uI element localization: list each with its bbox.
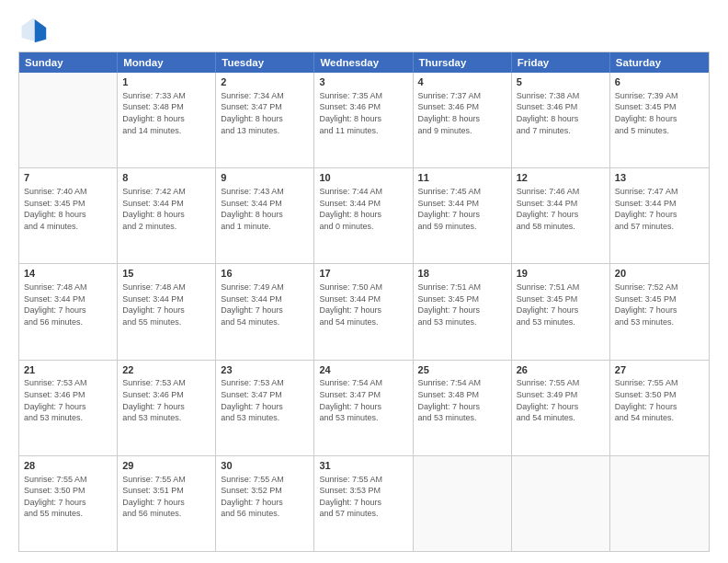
cell-info-text: Sunrise: 7:33 AM Sunset: 3:48 PM Dayligh…: [122, 90, 210, 136]
calendar-header-day: Sunday: [19, 52, 118, 73]
cell-date-number: 14: [24, 267, 112, 281]
cell-date-number: 30: [221, 459, 309, 473]
cell-date-number: 15: [122, 267, 210, 281]
calendar-cell: 28Sunrise: 7:55 AM Sunset: 3:50 PM Dayli…: [19, 456, 118, 551]
cell-date-number: 23: [221, 363, 309, 377]
cell-date-number: 20: [615, 267, 704, 281]
header: [18, 15, 710, 44]
cell-info-text: Sunrise: 7:50 AM Sunset: 3:44 PM Dayligh…: [319, 282, 407, 327]
calendar-header-day: Thursday: [414, 52, 512, 73]
cell-date-number: 3: [319, 75, 407, 89]
calendar-header-day: Saturday: [610, 52, 709, 73]
calendar-header-day: Wednesday: [314, 52, 413, 73]
cell-date-number: 1: [122, 75, 210, 89]
cell-date-number: 5: [517, 75, 605, 89]
cell-date-number: 6: [615, 75, 704, 89]
calendar-header-day: Friday: [512, 52, 610, 73]
calendar-cell: 4Sunrise: 7:37 AM Sunset: 3:46 PM Daylig…: [414, 73, 512, 167]
cell-info-text: Sunrise: 7:51 AM Sunset: 3:45 PM Dayligh…: [517, 282, 605, 327]
calendar-cell: 3Sunrise: 7:35 AM Sunset: 3:46 PM Daylig…: [314, 73, 413, 167]
cell-info-text: Sunrise: 7:55 AM Sunset: 3:53 PM Dayligh…: [319, 474, 407, 520]
cell-info-text: Sunrise: 7:45 AM Sunset: 3:44 PM Dayligh…: [418, 186, 506, 232]
logo-icon: [18, 15, 48, 44]
calendar-cell: 16Sunrise: 7:49 AM Sunset: 3:44 PM Dayli…: [216, 264, 314, 359]
calendar-cell: 10Sunrise: 7:44 AM Sunset: 3:44 PM Dayli…: [314, 168, 413, 263]
cell-date-number: 27: [615, 363, 704, 377]
cell-date-number: 21: [24, 363, 112, 377]
calendar-cell: [610, 456, 709, 551]
calendar-cell: 29Sunrise: 7:55 AM Sunset: 3:51 PM Dayli…: [118, 456, 216, 551]
calendar-cell: [19, 73, 118, 167]
cell-info-text: Sunrise: 7:55 AM Sunset: 3:50 PM Dayligh…: [615, 377, 704, 423]
cell-info-text: Sunrise: 7:54 AM Sunset: 3:47 PM Dayligh…: [319, 377, 407, 423]
calendar-cell: 13Sunrise: 7:47 AM Sunset: 3:44 PM Dayli…: [610, 168, 709, 263]
cell-date-number: 2: [221, 75, 309, 89]
cell-date-number: 10: [319, 171, 407, 185]
cell-date-number: 25: [418, 363, 506, 377]
logo: [18, 15, 51, 44]
cell-info-text: Sunrise: 7:37 AM Sunset: 3:46 PM Dayligh…: [418, 90, 506, 136]
cell-info-text: Sunrise: 7:43 AM Sunset: 3:44 PM Dayligh…: [221, 186, 309, 232]
calendar-cell: 12Sunrise: 7:46 AM Sunset: 3:44 PM Dayli…: [512, 168, 610, 263]
cell-info-text: Sunrise: 7:55 AM Sunset: 3:52 PM Dayligh…: [221, 474, 309, 520]
cell-info-text: Sunrise: 7:44 AM Sunset: 3:44 PM Dayligh…: [319, 186, 407, 232]
calendar-header-day: Monday: [118, 52, 216, 73]
cell-info-text: Sunrise: 7:38 AM Sunset: 3:46 PM Dayligh…: [517, 90, 605, 136]
cell-info-text: Sunrise: 7:35 AM Sunset: 3:46 PM Dayligh…: [319, 90, 407, 136]
calendar-cell: 9Sunrise: 7:43 AM Sunset: 3:44 PM Daylig…: [216, 168, 314, 263]
cell-date-number: 24: [319, 363, 407, 377]
cell-date-number: 18: [418, 267, 506, 281]
calendar: SundayMondayTuesdayWednesdayThursdayFrid…: [18, 52, 710, 552]
calendar-cell: 11Sunrise: 7:45 AM Sunset: 3:44 PM Dayli…: [414, 168, 512, 263]
cell-info-text: Sunrise: 7:53 AM Sunset: 3:47 PM Dayligh…: [221, 377, 309, 423]
calendar-cell: 26Sunrise: 7:55 AM Sunset: 3:49 PM Dayli…: [512, 361, 610, 455]
calendar-cell: 31Sunrise: 7:55 AM Sunset: 3:53 PM Dayli…: [314, 456, 413, 551]
calendar-cell: 6Sunrise: 7:39 AM Sunset: 3:45 PM Daylig…: [610, 73, 709, 167]
cell-info-text: Sunrise: 7:40 AM Sunset: 3:45 PM Dayligh…: [24, 186, 112, 232]
cell-date-number: 17: [319, 267, 407, 281]
calendar-cell: [512, 456, 610, 551]
cell-info-text: Sunrise: 7:48 AM Sunset: 3:44 PM Dayligh…: [122, 282, 210, 327]
calendar-cell: 24Sunrise: 7:54 AM Sunset: 3:47 PM Dayli…: [314, 361, 413, 455]
cell-date-number: 13: [615, 171, 704, 185]
calendar-cell: 18Sunrise: 7:51 AM Sunset: 3:45 PM Dayli…: [414, 264, 512, 359]
calendar-cell: 20Sunrise: 7:52 AM Sunset: 3:45 PM Dayli…: [610, 264, 709, 359]
cell-date-number: 19: [517, 267, 605, 281]
calendar-header-day: Tuesday: [216, 52, 314, 73]
page: SundayMondayTuesdayWednesdayThursdayFrid…: [0, 0, 728, 563]
cell-date-number: 12: [517, 171, 605, 185]
calendar-row: 14Sunrise: 7:48 AM Sunset: 3:44 PM Dayli…: [19, 263, 709, 359]
cell-info-text: Sunrise: 7:48 AM Sunset: 3:44 PM Dayligh…: [24, 282, 112, 327]
cell-date-number: 7: [24, 171, 112, 185]
cell-info-text: Sunrise: 7:39 AM Sunset: 3:45 PM Dayligh…: [615, 90, 704, 136]
calendar-row: 28Sunrise: 7:55 AM Sunset: 3:50 PM Dayli…: [19, 455, 709, 551]
cell-date-number: 4: [418, 75, 506, 89]
calendar-cell: 2Sunrise: 7:34 AM Sunset: 3:47 PM Daylig…: [216, 73, 314, 167]
cell-info-text: Sunrise: 7:53 AM Sunset: 3:46 PM Dayligh…: [122, 377, 210, 423]
calendar-header: SundayMondayTuesdayWednesdayThursdayFrid…: [19, 52, 709, 73]
cell-date-number: 26: [517, 363, 605, 377]
cell-date-number: 22: [122, 363, 210, 377]
calendar-row: 7Sunrise: 7:40 AM Sunset: 3:45 PM Daylig…: [19, 167, 709, 263]
calendar-cell: 15Sunrise: 7:48 AM Sunset: 3:44 PM Dayli…: [118, 264, 216, 359]
cell-date-number: 29: [122, 459, 210, 473]
calendar-cell: 7Sunrise: 7:40 AM Sunset: 3:45 PM Daylig…: [19, 168, 118, 263]
calendar-cell: 30Sunrise: 7:55 AM Sunset: 3:52 PM Dayli…: [216, 456, 314, 551]
calendar-body: 1Sunrise: 7:33 AM Sunset: 3:48 PM Daylig…: [19, 73, 709, 551]
calendar-row: 21Sunrise: 7:53 AM Sunset: 3:46 PM Dayli…: [19, 360, 709, 455]
cell-info-text: Sunrise: 7:54 AM Sunset: 3:48 PM Dayligh…: [418, 377, 506, 423]
cell-date-number: 9: [221, 171, 309, 185]
cell-date-number: 16: [221, 267, 309, 281]
calendar-cell: 17Sunrise: 7:50 AM Sunset: 3:44 PM Dayli…: [314, 264, 413, 359]
calendar-cell: [414, 456, 512, 551]
cell-info-text: Sunrise: 7:55 AM Sunset: 3:49 PM Dayligh…: [517, 377, 605, 423]
cell-date-number: 11: [418, 171, 506, 185]
calendar-cell: 19Sunrise: 7:51 AM Sunset: 3:45 PM Dayli…: [512, 264, 610, 359]
cell-info-text: Sunrise: 7:55 AM Sunset: 3:50 PM Dayligh…: [24, 474, 112, 520]
calendar-cell: 23Sunrise: 7:53 AM Sunset: 3:47 PM Dayli…: [216, 361, 314, 455]
calendar-cell: 27Sunrise: 7:55 AM Sunset: 3:50 PM Dayli…: [610, 361, 709, 455]
calendar-cell: 1Sunrise: 7:33 AM Sunset: 3:48 PM Daylig…: [118, 73, 216, 167]
calendar-row: 1Sunrise: 7:33 AM Sunset: 3:48 PM Daylig…: [19, 73, 709, 167]
cell-info-text: Sunrise: 7:47 AM Sunset: 3:44 PM Dayligh…: [615, 186, 704, 232]
cell-info-text: Sunrise: 7:53 AM Sunset: 3:46 PM Dayligh…: [24, 377, 112, 423]
